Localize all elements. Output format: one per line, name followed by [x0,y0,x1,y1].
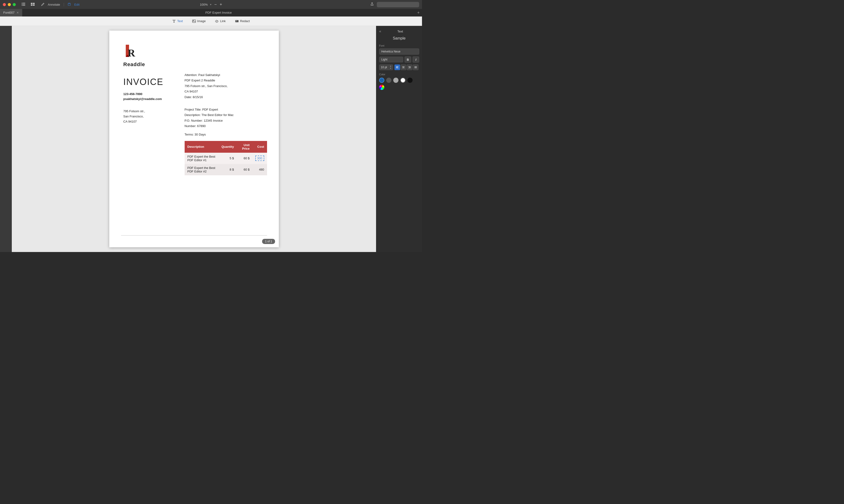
redact-tool-label: Redact [240,19,249,23]
color-picker-button[interactable] [379,85,384,90]
align-center-button[interactable] [400,65,406,70]
svg-rect-20 [402,68,404,68]
close-button[interactable] [3,3,6,6]
invoice-table: Description Quantity Unit Price Cost PDF… [185,141,267,175]
svg-rect-3 [21,3,23,6]
attention-block: Attention: Paul Sakhatskyi PDF Expert 2 … [185,72,267,100]
table-row: PDF Expert the Best PDF Editor #1 5 $ 60… [185,153,267,164]
row2-cost: 480 [253,164,267,175]
annotate-icon[interactable] [40,2,46,7]
terms-line: Terms: 30 Days [185,133,267,136]
svg-rect-15 [396,66,398,67]
text-tool-button[interactable]: Text [170,18,185,24]
pdf-page: R Readdle INVOICE 123-456-7890 psakhatsk… [109,31,279,247]
color-dark-gray-swatch[interactable] [386,78,391,83]
font-family-select[interactable]: Helvetica Neue [379,49,419,55]
invoice-addr1: 795 Folsom str., [123,109,175,114]
svg-rect-18 [402,66,404,67]
grid-toggle-icon[interactable] [30,2,36,7]
tab-close-icon[interactable]: ✕ [16,11,19,14]
maximize-button[interactable] [13,3,16,6]
share-icon[interactable] [370,2,374,7]
toolbar: Text Image Link Redact [0,16,422,26]
project-description: Description: The Best Editor for Mac [185,112,267,118]
align-left-button[interactable] [394,65,400,70]
size-decrease-button[interactable]: ▼ [390,67,392,70]
color-section-label: Color [379,73,419,76]
font007-tab[interactable]: Font007 ✕ [0,9,22,16]
svg-rect-7 [33,4,35,6]
terms-block: Terms: 30 Days [185,133,267,136]
row2-desc: PDF Expert the Best PDF Editor #2 [185,164,219,175]
font-style-row: Light Regular Bold B I [379,56,419,62]
bold-button[interactable]: B [404,56,411,62]
color-light-gray-swatch[interactable] [393,78,398,83]
row2-qty: 8 $ [219,164,237,175]
add-tab-button[interactable]: + [415,11,422,15]
sidebar-toggle-icon[interactable] [20,2,26,7]
svg-rect-26 [414,68,417,68]
invoice-email: psakhatskyi@readdle.com [123,97,175,102]
color-black-swatch[interactable] [408,78,413,83]
annotate-label[interactable]: Annotate [47,2,61,7]
invoice-contact: 123-456-7890 psakhatskyi@readdle.com [123,92,175,102]
link-tool-button[interactable]: Link [213,18,227,24]
zoom-value: 100% [200,3,208,6]
to-address: 795 Folsom str., San Francisco, [185,83,267,89]
inv-number: Number: 67890 [185,123,267,129]
invoice-addr2: San Francisco, [123,114,175,119]
redact-tool-button[interactable]: Redact [233,18,252,24]
invoice-addr3: CA 94107 [123,119,175,124]
svg-rect-5 [33,3,35,4]
edit-label[interactable]: Edit [73,2,80,7]
svg-rect-16 [396,67,398,68]
company-name: Readdle [123,61,145,68]
sidebar-collapse-button[interactable]: « [379,29,381,33]
edit-icon[interactable] [67,2,72,7]
alignment-buttons [394,65,418,70]
invoice-title: INVOICE [123,77,175,87]
invoice-logo: R Readdle [123,45,267,68]
svg-rect-22 [409,67,411,68]
pdf-area[interactable]: R Readdle INVOICE 123-456-7890 psakhatsk… [12,26,376,252]
svg-rect-4 [31,3,33,4]
font-size-control: 10 pt ▲ ▼ [379,65,393,70]
po-number: P.O. Number: 12345 Invoice [185,118,267,123]
titlebar-right [370,2,419,7]
project-block: Project Title: PDF Expert Description: T… [185,107,267,129]
zoom-out-button[interactable]: − [214,2,217,6]
image-tool-button[interactable]: Image [190,18,207,24]
align-justify-button[interactable] [413,65,418,70]
font-section-label: Font [379,44,419,47]
window-control-icons [20,2,36,7]
search-input[interactable] [377,2,419,7]
row1-desc: PDF Expert the Best PDF Editor #1 [185,153,219,164]
left-sidebar [0,26,12,252]
col-unit-price: Unit Price [237,141,253,153]
zoom-in-button[interactable]: + [220,2,222,6]
italic-button[interactable]: I [413,56,419,62]
size-increase-button[interactable]: ▲ [390,65,392,67]
readdle-logo-mark: R [123,45,136,60]
page-divider [121,235,267,236]
project-title: Project Title: PDF Expert [185,107,267,112]
traffic-lights [3,3,16,6]
row1-cost: 300 [253,153,267,164]
align-right-button[interactable] [407,65,412,70]
col-cost: Cost [253,141,267,153]
invoice-right-column: Attention: Paul Sakhatskyi PDF Expert 2 … [185,72,267,175]
svg-rect-11 [236,20,237,21]
size-arrows: ▲ ▼ [389,65,393,70]
zoom-controls: 100% ▾ − + [200,2,222,6]
right-sidebar: « Text Sample Font Helvetica Neue Light … [376,26,422,252]
table-row: PDF Expert the Best PDF Editor #2 8 $ 60… [185,164,267,175]
svg-rect-24 [414,66,417,67]
main-area: R Readdle INVOICE 123-456-7890 psakhatsk… [0,26,422,252]
row2-price: 60 $ [237,164,253,175]
color-white-swatch[interactable] [400,78,406,83]
color-swatches [379,78,419,90]
color-blue-swatch[interactable] [379,78,384,83]
minimize-button[interactable] [8,3,11,6]
font-weight-select[interactable]: Light Regular Bold [379,57,403,62]
row1-price: 60 $ [237,153,253,164]
